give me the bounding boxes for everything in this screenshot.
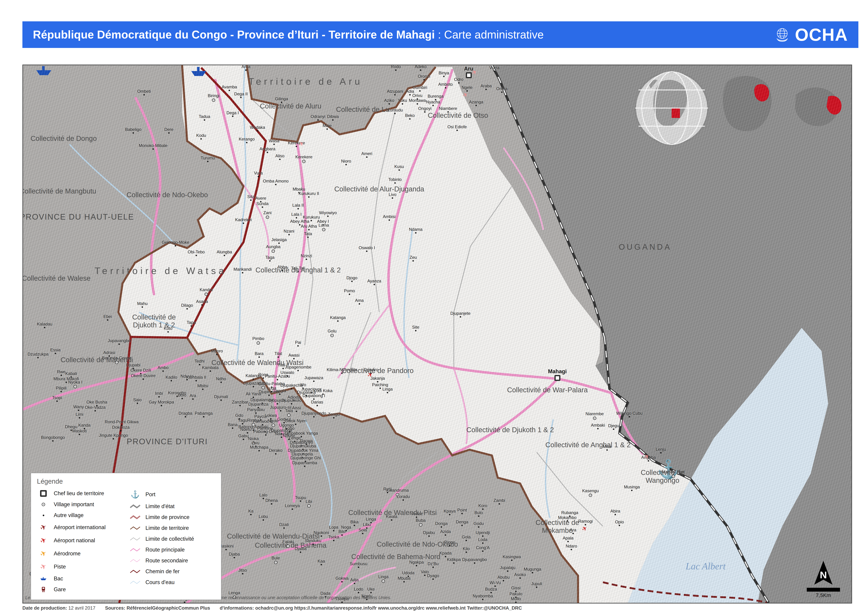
place-marker-icon (232, 116, 233, 117)
train-icon (41, 586, 46, 592)
place-village: Burenga (428, 94, 444, 100)
place-village: Gilinga (275, 96, 288, 103)
place-village: Adjoda (287, 395, 301, 402)
place-village: Zanzibar (232, 400, 248, 406)
place-village: Godvul (278, 417, 291, 423)
place-marker-icon (379, 388, 381, 389)
place-village: Ndama (275, 431, 288, 438)
region-label: PROVINCE DU HAUT-UELE (22, 212, 134, 222)
place-marker-icon (171, 380, 172, 381)
legend-item: Autre village (37, 512, 123, 518)
place-village-important: Ngote (268, 419, 279, 427)
place-marker-icon (55, 353, 56, 354)
place-marker-icon (322, 394, 324, 395)
legend-item: Village important (37, 501, 123, 508)
place-marker-icon (327, 216, 329, 217)
place-marker-icon (461, 525, 463, 526)
place-village: Gelongo-Moke (162, 240, 189, 247)
place-marker-icon (253, 429, 254, 431)
place-village: Ka (248, 509, 253, 515)
place-village: Wasa (269, 138, 279, 145)
place-marker-icon (358, 567, 359, 568)
legend-title: Légende (37, 478, 215, 485)
place-marker-icon (394, 94, 396, 96)
place-marker-icon (245, 69, 247, 71)
place-village: Monoko-Mibale (139, 143, 168, 150)
place-village: Paiching (372, 382, 388, 389)
place-marker-icon (287, 375, 288, 377)
place-village: Djupabong I (303, 393, 325, 400)
place-village: Opio (615, 519, 624, 526)
place-village: Okere Dzili (130, 368, 151, 374)
place-marker-icon (281, 102, 282, 103)
place-village: Kurukuru (303, 215, 320, 221)
place-marker-icon (201, 304, 203, 306)
place-village: Milia (602, 444, 611, 451)
place-marker-icon (317, 119, 319, 121)
place-marker-icon (606, 449, 608, 451)
legend-item: ✈Piste (37, 562, 123, 571)
place-marker-icon (313, 381, 315, 382)
place-marker-icon (302, 388, 304, 389)
map-document: République Démocratique du Congo - Provi… (0, 0, 868, 614)
place-marker-icon (345, 530, 347, 532)
place-village: Lenju (656, 447, 666, 454)
airport-piste-icon: ✈ (297, 139, 306, 148)
place-village: Ayanza (367, 279, 381, 285)
place-village: Pabong-Droo (253, 429, 278, 436)
place-village: Site (412, 325, 419, 332)
place-marker-icon (482, 535, 483, 537)
region-label: OUGANDA (619, 242, 672, 252)
place-marker-icon (253, 378, 254, 380)
place-village: Sanduku (305, 538, 321, 545)
place-village-important: Aungba (266, 244, 281, 253)
place-marker-icon (293, 358, 295, 360)
place-village: Vura (254, 171, 263, 177)
region-label: Collectivité de Dongo (31, 134, 97, 142)
place-marker-icon (358, 592, 359, 593)
place-village: Mbuba (398, 576, 410, 583)
place-village: Ogwaro (363, 367, 378, 374)
place-village: Bilo (339, 529, 346, 536)
place-marker-icon (374, 284, 375, 285)
place-village: Dyago (427, 573, 439, 580)
place-marker-icon (501, 91, 503, 93)
place-village: Ambisi (383, 214, 396, 221)
place-village: Abubu (497, 575, 509, 581)
place-village: Pacwa (300, 438, 313, 445)
place-marker-icon (491, 592, 492, 593)
place-marker-icon (461, 513, 463, 514)
legend-panel: Légende Chef lieu de territoireVillage i… (31, 473, 221, 600)
place-village: Sunda (256, 201, 269, 208)
place-village: Oswalo I (359, 245, 375, 252)
place-village: Gabu (238, 433, 248, 440)
place-village: Djupazaga (243, 381, 264, 388)
region-label: Collectivité de Mangbutu (22, 187, 96, 195)
place-marker-icon (394, 113, 396, 114)
place-village: Udoda (402, 571, 415, 577)
village-important-icon (42, 503, 45, 506)
legend-item-label: Route principale (146, 547, 185, 553)
un-emblem-icon (773, 25, 792, 44)
place-village: Essia (50, 347, 61, 354)
airport-piste-icon: ✈ (461, 90, 470, 99)
place-village: Jupavangbo (108, 338, 131, 345)
place-marker-icon (402, 499, 404, 501)
place-marker-icon (366, 527, 368, 529)
place-marker-icon (499, 503, 500, 505)
region-label: Collectivité de War-Palara (507, 386, 588, 394)
place-marker-icon (271, 503, 272, 505)
place-village: Azida (440, 529, 451, 536)
place-village: Katanga (245, 373, 261, 380)
place-marker-icon (567, 541, 569, 542)
place-village: Loradu (397, 494, 410, 501)
place-marker-icon (255, 446, 256, 447)
place-village-important: Libi (306, 499, 312, 508)
place-marker-icon (419, 523, 422, 526)
place-marker-icon (225, 549, 227, 550)
line-symbol (129, 547, 141, 552)
place-village: Ngakpa (409, 560, 424, 566)
region-label: Collectivité de Ndo-Okebo (377, 540, 458, 548)
place-village: Dilago (181, 303, 193, 309)
place-marker-icon (293, 400, 295, 402)
